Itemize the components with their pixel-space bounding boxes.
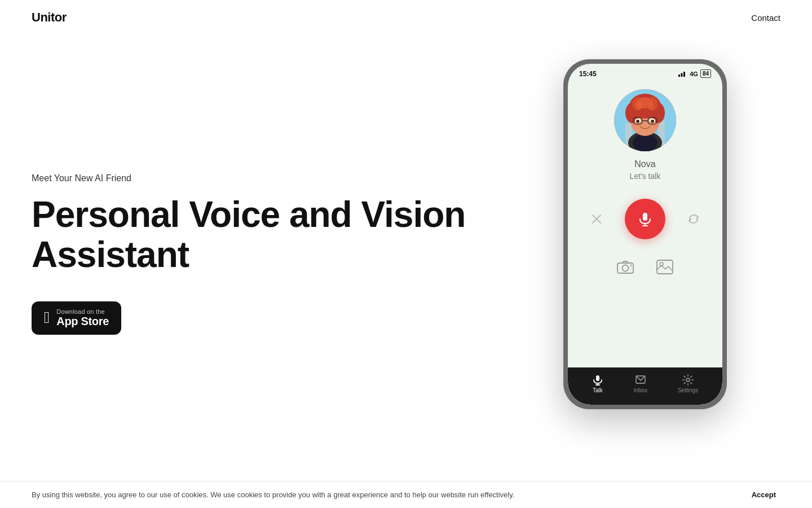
phone-mockup: 15:45 4G 84	[544, 59, 747, 409]
phone-outer: 15:45 4G 84	[563, 59, 727, 409]
microphone-icon	[637, 211, 653, 227]
settings-icon	[682, 374, 694, 386]
phone-inner: 15:45 4G 84	[568, 64, 722, 405]
mic-button[interactable]	[625, 199, 665, 239]
svg-point-23	[636, 120, 639, 123]
ai-tagline: Let's talk	[630, 172, 661, 181]
cookie-banner: By using this website, you agree to our …	[0, 481, 812, 508]
nav-tab-talk[interactable]: Talk	[592, 374, 603, 393]
nav-tab-settings[interactable]: Settings	[678, 374, 698, 393]
svg-point-35	[623, 265, 629, 271]
signal-icon	[678, 71, 687, 77]
rotate-icon[interactable]	[683, 209, 704, 229]
accept-button[interactable]: Accept	[747, 488, 780, 501]
svg-rect-39	[596, 375, 599, 381]
svg-point-7	[633, 134, 657, 151]
battery-indicator: 84	[700, 69, 711, 78]
inbox-icon	[635, 374, 646, 386]
hero-title-line2: Assistant	[32, 234, 189, 275]
nav-inbox-label: Inbox	[634, 387, 647, 393]
talk-icon	[592, 374, 603, 386]
status-right: 4G 84	[678, 69, 711, 78]
phone-bottom-nav: Talk Inbox Settings	[568, 367, 722, 405]
svg-point-43	[686, 378, 690, 382]
gallery-icon[interactable]	[653, 255, 677, 279]
camera-icon[interactable]	[614, 255, 637, 279]
svg-point-17	[648, 102, 654, 110]
status-time: 15:45	[579, 70, 597, 78]
close-call-icon[interactable]	[586, 209, 607, 229]
svg-point-26	[652, 120, 654, 121]
hero-title: Personal Voice and Vision Assistant	[32, 195, 544, 274]
avatar-image	[614, 89, 676, 151]
hero-section: Meet Your New AI Friend Personal Voice a…	[0, 0, 812, 485]
apple-icon: 	[44, 310, 50, 326]
svg-rect-2	[683, 72, 685, 77]
cookie-text: By using this website, you agree to our …	[32, 491, 539, 499]
phone-status-bar: 15:45 4G 84	[568, 64, 722, 80]
svg-rect-31	[643, 213, 647, 221]
phone-content: Nova Let's talk	[568, 80, 722, 367]
hero-subtitle: Meet Your New AI Friend	[32, 173, 544, 183]
svg-point-25	[638, 120, 639, 121]
svg-point-28	[652, 123, 659, 128]
svg-rect-1	[681, 73, 683, 77]
app-store-button[interactable]:  Download on the App Store	[32, 301, 121, 335]
svg-point-24	[651, 120, 654, 123]
ai-name: Nova	[634, 159, 655, 169]
hero-title-line1: Personal Voice and Vision	[32, 194, 465, 235]
svg-rect-0	[678, 75, 680, 77]
camera-row	[614, 255, 677, 279]
nav-tab-inbox[interactable]: Inbox	[634, 374, 647, 393]
nav-settings-label: Settings	[678, 387, 698, 393]
svg-point-16	[636, 100, 642, 110]
svg-point-36	[630, 265, 632, 266]
svg-point-27	[632, 123, 638, 128]
app-store-large-text: App Store	[56, 315, 109, 328]
nav-talk-label: Talk	[593, 387, 603, 393]
controls-row	[586, 199, 704, 239]
status-network: 4G	[690, 71, 698, 77]
ai-avatar	[614, 89, 676, 151]
app-store-small-text: Download on the	[56, 308, 109, 315]
hero-left: Meet Your New AI Friend Personal Voice a…	[32, 151, 544, 335]
